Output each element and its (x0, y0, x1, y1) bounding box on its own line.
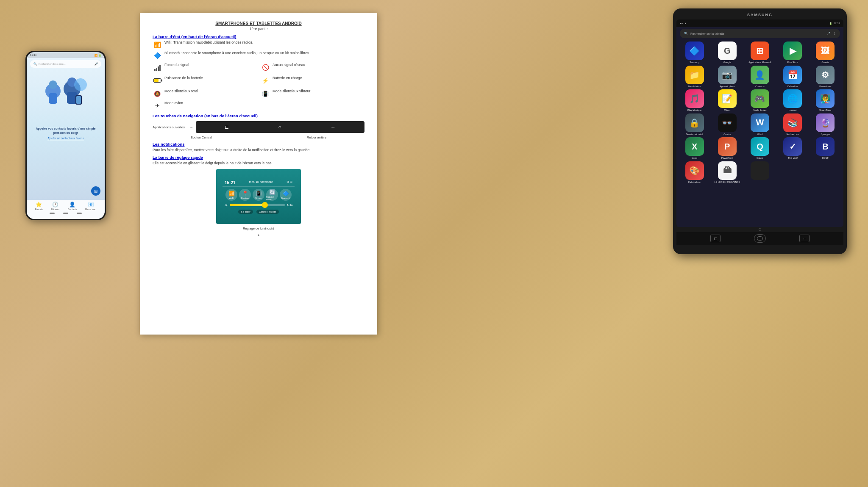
nav-bar-demo: ⊏ ○ ← (196, 121, 364, 133)
app-label-10: Play Musique (687, 109, 701, 112)
app-icon-img-1: G (718, 42, 737, 60)
app-icon-tac-verif[interactable]: ✓TAC Verif (777, 137, 808, 160)
app-icon-img-23: ✓ (783, 137, 802, 156)
app-icon-synapps[interactable]: 🔮Synapps (810, 113, 841, 136)
phone-nav-recents[interactable]: 🕐 Récents (51, 202, 59, 210)
app-label-21: PowerPoint (721, 157, 733, 160)
silent-total-col: 🔕 Mode silencieux total (153, 88, 256, 100)
app-label-14: Smart Tutor (819, 109, 832, 112)
app-label-15: Dossier sécurisé (686, 133, 703, 136)
app-icon-galerie[interactable]: 🖼Galerie (810, 42, 841, 64)
qs-sfinder-btn[interactable]: S Finder (238, 210, 253, 214)
qs-connexion-btn[interactable]: Connex. rapide (256, 210, 279, 214)
phone-screen: 11:34 📶 🔋 🔍 Rechercher dans cont... 🎤 (27, 52, 105, 219)
app-label-22: Quiver (757, 157, 763, 160)
signal-battery-section: Force du signal 🚫 Aucun signal réseau (153, 61, 364, 73)
app-icon-contacts[interactable]: 👤Contacts (744, 66, 775, 88)
app-icon-play-musique[interactable]: 🎵Play Musique (679, 89, 710, 112)
phone-nav-contacts[interactable]: 👤 Contacts (68, 202, 77, 210)
phone-search-placeholder: Rechercher dans cont... (39, 63, 66, 65)
app-icon-mes-fichiers[interactable]: 📁Mes fichiers (679, 66, 710, 88)
recents-icon: 🕐 (52, 202, 58, 208)
battery-charging-icon: ⚡ (261, 76, 270, 85)
phone-status-bar: 11:34 📶 🔋 (27, 52, 105, 58)
app-icon-fabricabrac[interactable]: 🎨Fabricabrac (679, 161, 710, 184)
app-icon-calendrier[interactable]: 📅Calendrier (777, 66, 808, 88)
app-icon-mmo[interactable]: 📝Mémo (712, 89, 743, 112)
bluetooth-row: 🔷 Bluetooth : connecte le smartphone à u… (153, 51, 364, 60)
signal-label: Force du signal (164, 63, 256, 67)
app-icon-powerpoint[interactable]: PPowerPoint (712, 137, 743, 160)
tablet-back-button[interactable]: ← (799, 235, 810, 242)
app-icon-dossier-scuris[interactable]: 🔒Dossier sécurisé (679, 113, 710, 136)
app-icon-le-luc-en-provence[interactable]: 🏔LE LUC EN PROVENCE (712, 161, 743, 184)
app-icon-paramtres[interactable]: ⚙Paramètres (810, 66, 841, 88)
app-label-19: Synapps (821, 133, 830, 136)
app-icon-samsung[interactable]: 🔷Samsung (679, 42, 710, 64)
page-number: 1 (153, 233, 364, 237)
qs-settings-icon: ⚙ ⊞ (287, 180, 292, 185)
tablet-more-icon: ⋮ (833, 32, 836, 35)
qs-rotation-icon: 🔄 Rotation écran (266, 189, 278, 201)
no-signal-row: 🚫 Aucun signal réseau (261, 63, 364, 72)
wifi-row: 📶 Wifi : Transmission haut-débit utilisa… (153, 40, 364, 50)
tablet-outer: SAMSUNG ●● ▲ 🔋 17:34 🔍 Rechercher sur la… (673, 8, 847, 254)
app-icon-applications-microsoft[interactable]: ⊞Applications Microsoft (744, 42, 775, 64)
tablet: SAMSUNG ●● ▲ 🔋 17:34 🔍 Rechercher sur la… (673, 8, 847, 254)
app-icon-[interactable] (744, 161, 775, 184)
gesture-circle (63, 213, 68, 214)
app-icon-internet[interactable]: 🌐Internet (777, 89, 808, 112)
battery-charging-col: ⚡ Batterie en charge (261, 75, 364, 86)
tablet-brand: SAMSUNG (676, 13, 843, 17)
app-icon-img-26: 🏔 (718, 161, 737, 180)
app-icon-img-11: 📝 (718, 89, 737, 108)
qs-location-icon: 📍 Position (239, 189, 251, 201)
app-icon-appareil-photo[interactable]: 📷Appareil photo (712, 66, 743, 88)
app-icon-img-3: ▶ (783, 42, 802, 60)
app-icon-img-25: 🎨 (685, 161, 704, 180)
app-icon-play-store[interactable]: ▶Play Store (777, 42, 808, 64)
app-icon-excel[interactable]: XExcel (679, 137, 710, 160)
app-label-11: Mémo (724, 109, 730, 112)
app-icon-quiver[interactable]: QQuiver (744, 137, 775, 160)
app-label-20: Excel (692, 157, 697, 160)
messvoc-icon: 📧 (88, 202, 94, 208)
phone-nav-messvoc[interactable]: 📧 Mess. voc. (85, 202, 96, 210)
app-icon-img-0: 🔷 (685, 42, 704, 60)
phone-time: 11:34 (30, 54, 36, 56)
app-icon-img-6: 📷 (718, 66, 737, 84)
app-icon-bdnf[interactable]: BBDNF (810, 137, 841, 160)
app-icon-word[interactable]: WWord (744, 113, 775, 136)
tablet-screen: ●● ▲ 🔋 17:34 🔍 Rechercher sur la tablett… (676, 19, 843, 227)
right-col: 🚫 Aucun signal réseau (261, 61, 364, 73)
tablet-signal-icon: ●● (680, 22, 683, 25)
app-label-1: Google (723, 61, 731, 64)
bluetooth-label: Bluetooth : connecte le smartphone à une… (164, 51, 364, 55)
app-icon-img-19: 🔮 (816, 113, 835, 132)
phone-search-bar[interactable]: 🔍 Rechercher dans cont... 🎤 (30, 60, 101, 68)
phone-illustration (27, 72, 105, 121)
phone-main-text: Appelez vos contacts favoris d'une simpl… (27, 125, 105, 142)
tablet-search-bar[interactable]: 🔍 Rechercher sur la tablette 🎤 ⋮ (680, 29, 840, 38)
smartphone: 11:34 📶 🔋 🔍 Rechercher dans cont... 🎤 (25, 51, 106, 220)
battery-power-col: Puissance de la batterie (153, 75, 256, 86)
app-icon-mode-enfant[interactable]: 🎮Mode Enfant (744, 89, 775, 112)
tablet-search-actions: 🎤 ⋮ (827, 32, 836, 35)
apps-grid-button[interactable]: ⊞ (91, 186, 100, 196)
phone-nav-favoris[interactable]: ⭐ Favoris (35, 202, 43, 210)
tablet-recent-apps-button[interactable]: ⊏ (710, 235, 721, 242)
phone-link-text[interactable]: Ajouter un contact aux favoris (32, 136, 100, 140)
tablet-mic-icon: 🎤 (827, 32, 831, 35)
app-icon-img-2: ⊞ (751, 42, 769, 60)
tablet-home-button[interactable] (754, 234, 766, 243)
app-icon-google[interactable]: GGoogle (712, 42, 743, 64)
section4-title: La barre de réglage rapide (153, 155, 364, 160)
app-icon-smart-tutor[interactable]: 👨‍🏫Smart Tutor (810, 89, 841, 112)
tablet-apps-grid: 🔷SamsungGGoogle⊞Applications Microsoft▶P… (676, 40, 843, 185)
app-icon-oculus[interactable]: 👓Oculus (712, 113, 743, 136)
document-subtitle: 1ère partie (153, 27, 364, 31)
app-label-5: Mes fichiers (688, 85, 701, 88)
tablet-search-placeholder: Rechercher sur la tablette (690, 32, 724, 35)
brightness-label: Réglage de luminosité (153, 227, 364, 230)
app-icon-nathan-live[interactable]: 📚Nathan Live (777, 113, 808, 136)
